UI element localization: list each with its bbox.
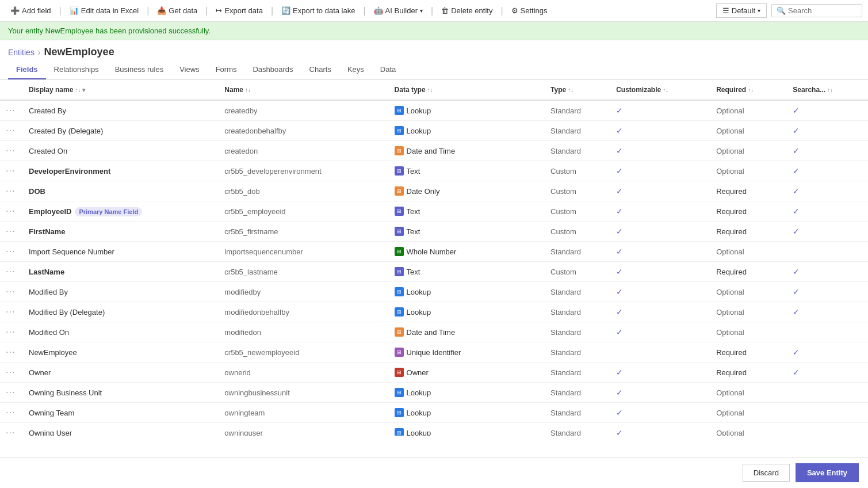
col-header-required[interactable]: Required↑↓ (710, 80, 787, 100)
cell-display-name: Owning Team (23, 403, 219, 423)
breadcrumb-entities-link[interactable]: Entities (8, 48, 35, 57)
row-context-menu[interactable]: ··· (0, 242, 23, 262)
col-header-data-type[interactable]: Data type↑↓ (389, 80, 545, 100)
fields-table-container: Display name↑↓ ▾Name↑↓Data type↑↓Type↑↓C… (0, 80, 868, 436)
tab-data[interactable]: Data (372, 60, 404, 79)
row-context-menu[interactable]: ··· (0, 181, 23, 201)
table-row: ···LastNamecr5b5_lastname⊞TextCustom✓Req… (0, 262, 868, 282)
row-context-menu[interactable]: ··· (0, 322, 23, 342)
table-row: ···Owning Business Unitowningbusinessuni… (0, 383, 868, 403)
row-context-menu[interactable]: ··· (0, 100, 23, 121)
col-header-type[interactable]: Type↑↓ (545, 80, 610, 100)
row-context-menu[interactable]: ··· (0, 262, 23, 282)
customizable-check: ✓ (616, 388, 623, 397)
customizable-check: ✓ (616, 307, 623, 317)
col-header-searchable[interactable]: Searcha...↑↓ (787, 80, 868, 100)
row-context-menu[interactable]: ··· (0, 363, 23, 383)
cell-logical-name: createdon (219, 141, 388, 161)
row-context-menu[interactable]: ··· (0, 141, 23, 161)
delete-entity-button[interactable]: 🗑 Delete entity (437, 4, 497, 17)
cell-customizable: ✓ (610, 383, 710, 403)
data-type-icon: ⊞ (395, 408, 404, 417)
breadcrumb: Entities › NewEmployee (0, 40, 868, 60)
col-header-display-name[interactable]: Display name↑↓ ▾ (23, 80, 219, 100)
add-field-button[interactable]: ➕ Add field (6, 4, 56, 17)
cell-customizable: ✓ (610, 181, 710, 201)
row-context-menu[interactable]: ··· (0, 161, 23, 181)
row-context-menu[interactable]: ··· (0, 121, 23, 141)
edit-excel-button[interactable]: 📊 Edit data in Excel (65, 4, 143, 17)
view-icon: ☰ (722, 6, 729, 15)
row-context-menu[interactable]: ··· (0, 423, 23, 436)
cell-searchable: ✓ (787, 201, 868, 222)
cell-customizable: ✓ (610, 161, 710, 181)
ai-builder-button[interactable]: 🤖 AI Builder ▾ (369, 4, 427, 17)
success-banner: Your entity NewEmployee has been provisi… (0, 22, 868, 40)
table-row: ···DOBcr5b5_dob⊞Date OnlyCustom✓Required… (0, 181, 868, 201)
tab-fields[interactable]: Fields (8, 60, 46, 79)
row-context-menu[interactable]: ··· (0, 403, 23, 423)
export-data-button[interactable]: ↦ Export data (211, 4, 267, 17)
cell-searchable: ✓ (787, 121, 868, 141)
data-type-icon: ⊞ (395, 368, 404, 377)
search-box[interactable]: 🔍 (771, 4, 862, 17)
row-context-menu[interactable]: ··· (0, 302, 23, 322)
cell-required: Optional (710, 383, 787, 403)
row-context-menu[interactable]: ··· (0, 342, 23, 363)
cell-display-name: LastName (23, 262, 219, 282)
table-row: ···Created Bycreatedby⊞LookupStandard✓Op… (0, 100, 868, 121)
tab-views[interactable]: Views (171, 60, 207, 79)
cell-data-type: ⊞Lookup (389, 100, 545, 121)
cell-customizable: ✓ (610, 363, 710, 383)
table-row: ···Created By (Delegate)createdonbehalfb… (0, 121, 868, 141)
cell-logical-name: modifiedby (219, 282, 388, 302)
settings-button[interactable]: ⚙ Settings (507, 4, 552, 17)
tab-dashboards[interactable]: Dashboards (244, 60, 301, 79)
cell-logical-name: owningteam (219, 403, 388, 423)
breadcrumb-current: NewEmployee (44, 46, 114, 58)
customizable-check: ✓ (616, 267, 623, 276)
cell-searchable: ✓ (787, 100, 868, 121)
cell-display-name: Owning User (23, 423, 219, 436)
export-lake-button[interactable]: 🔄 Export to data lake (277, 4, 360, 17)
tab-relationships[interactable]: Relationships (46, 60, 107, 79)
cell-data-type: ⊞Lookup (389, 423, 545, 436)
cell-customizable: ✓ (610, 403, 710, 423)
tab-forms[interactable]: Forms (208, 60, 245, 79)
delete-entity-icon: 🗑 (441, 6, 449, 15)
search-input[interactable] (788, 6, 857, 15)
cell-customizable: ✓ (610, 100, 710, 121)
cell-customizable: ✓ (610, 282, 710, 302)
searchable-check: ✓ (793, 126, 800, 135)
row-context-menu[interactable]: ··· (0, 201, 23, 222)
cell-display-name: Owner (23, 363, 219, 383)
col-header-customizable[interactable]: Customizable↑↓ (610, 80, 710, 100)
cell-required: Optional (710, 242, 787, 262)
cell-display-name: FirstName (23, 222, 219, 242)
tab-business-rules[interactable]: Business rules (107, 60, 172, 79)
data-type-icon: ⊞ (395, 207, 404, 216)
data-type-icon: ⊞ (395, 247, 404, 256)
cell-data-type: ⊞Lookup (389, 302, 545, 322)
cell-required: Optional (710, 121, 787, 141)
searchable-check: ✓ (793, 166, 800, 176)
row-context-menu[interactable]: ··· (0, 222, 23, 242)
row-context-menu[interactable]: ··· (0, 282, 23, 302)
default-view-button[interactable]: ☰ Default ▾ (716, 3, 767, 18)
cell-searchable (787, 383, 868, 403)
settings-icon: ⚙ (511, 6, 518, 15)
cell-data-type: ⊞Owner (389, 363, 545, 383)
searchable-check: ✓ (793, 146, 800, 155)
cell-searchable: ✓ (787, 161, 868, 181)
cell-data-type: ⊞Unique Identifier (389, 342, 545, 363)
col-header-name[interactable]: Name↑↓ (219, 80, 388, 100)
cell-required: Required (710, 181, 787, 201)
tab-charts[interactable]: Charts (301, 60, 339, 79)
cell-customizable: ✓ (610, 322, 710, 342)
customizable-check: ✓ (616, 166, 623, 176)
customizable-check: ✓ (616, 126, 623, 135)
row-context-menu[interactable]: ··· (0, 383, 23, 403)
tab-keys[interactable]: Keys (339, 60, 372, 79)
cell-required: Optional (710, 423, 787, 436)
get-data-button[interactable]: 📥 Get data (152, 4, 202, 17)
